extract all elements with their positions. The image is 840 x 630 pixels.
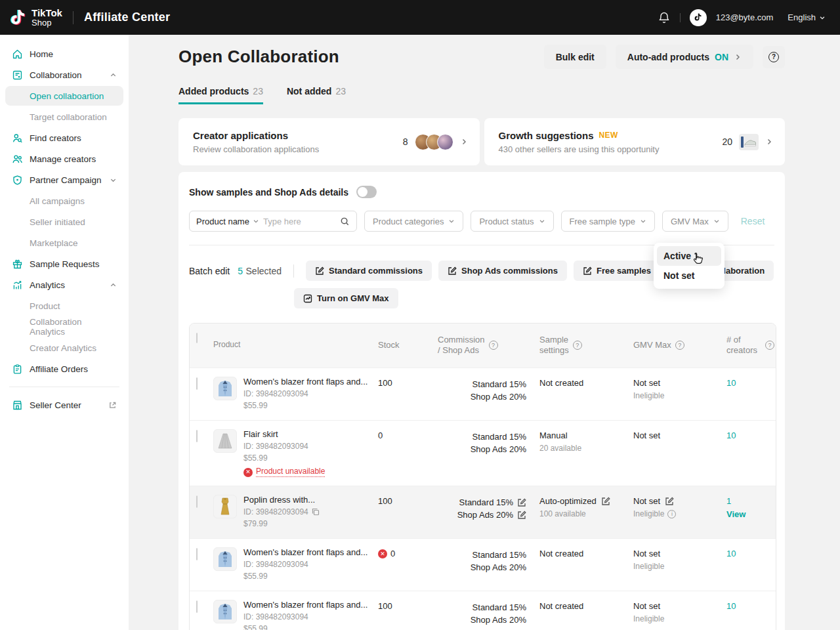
- edit-icon[interactable]: [517, 511, 526, 520]
- view-link[interactable]: View: [726, 509, 776, 519]
- sidebar-item-marketplace[interactable]: Marketplace: [5, 233, 123, 253]
- tab-added-products[interactable]: Added products 23: [178, 86, 263, 104]
- show-samples-toggle[interactable]: [356, 186, 377, 198]
- toggle-knob: [358, 187, 368, 197]
- creators-count-link[interactable]: 1: [726, 496, 731, 506]
- search-input[interactable]: [263, 217, 336, 226]
- shop-ads-commissions-button[interactable]: Shop Ads commissions: [438, 261, 567, 281]
- copy-icon[interactable]: [312, 508, 320, 516]
- creators-count-link[interactable]: 10: [726, 549, 736, 558]
- find-creators-icon: [12, 133, 23, 144]
- free-sample-type-filter[interactable]: Free sample type: [561, 211, 655, 232]
- gmv-eligibility: Ineligible: [633, 562, 721, 571]
- chevron-right-icon: [460, 138, 468, 146]
- dropdown-option-not-set[interactable]: Not set: [657, 266, 721, 285]
- notification-bell-icon[interactable]: [658, 11, 671, 24]
- user-avatar[interactable]: [690, 9, 707, 26]
- search-icon[interactable]: [340, 217, 350, 226]
- row-checkbox[interactable]: [196, 430, 198, 442]
- sidebar-label: Find creators: [30, 133, 81, 143]
- tab-not-added[interactable]: Not added 23: [287, 86, 346, 104]
- bulk-edit-button[interactable]: Bulk edit: [544, 45, 606, 69]
- chevron-down-icon: [448, 218, 455, 224]
- gmv-status: Not set: [633, 549, 721, 558]
- sample-status: Auto-optimized: [539, 496, 597, 506]
- sample-availability: 100 available: [539, 509, 629, 518]
- product-price: $55.99: [243, 624, 368, 630]
- row-checkbox[interactable]: [196, 548, 198, 560]
- clipboard-icon: [12, 364, 23, 375]
- gmv-status: Not set: [633, 601, 721, 611]
- tabs: Added products 23 Not added 23: [178, 86, 785, 104]
- sidebar-item-manage-creators[interactable]: Manage creators: [5, 149, 123, 169]
- sidebar-label: Collaboration Analytics: [30, 317, 117, 337]
- product-categories-filter[interactable]: Product categories: [364, 211, 463, 232]
- sidebar-label: Analytics: [30, 280, 65, 290]
- gmv-max-filter[interactable]: GMV Max: [662, 211, 728, 232]
- sidebar-item-seller-initiated[interactable]: Seller initiated: [5, 212, 123, 232]
- creators-count-link[interactable]: 10: [726, 378, 736, 388]
- sample-status: Not created: [539, 549, 629, 558]
- growth-suggestions-card[interactable]: Growth suggestions NEW 430 other sellers…: [484, 118, 786, 165]
- card-subtitle: Review collaboration applications: [193, 144, 319, 154]
- product-id: ID: 398482093094: [243, 389, 308, 398]
- row-checkbox[interactable]: [196, 600, 198, 613]
- sidebar-item-collaboration[interactable]: Collaboration: [5, 65, 123, 85]
- sidebar-item-product[interactable]: Product: [5, 296, 123, 316]
- row-checkbox[interactable]: [196, 377, 198, 390]
- edit-icon[interactable]: [601, 497, 610, 506]
- tiktok-shop-logo[interactable]: TikTok Shop: [9, 8, 62, 28]
- reset-filters-link[interactable]: Reset: [741, 216, 765, 226]
- edit-icon[interactable]: [517, 498, 526, 507]
- turn-on-gmv-max-button[interactable]: Turn on GMV Max: [294, 288, 398, 308]
- creator-applications-card[interactable]: Creator applications Review collaboratio…: [178, 118, 480, 165]
- sidebar-item-analytics[interactable]: Analytics: [5, 275, 123, 295]
- select-all-checkbox[interactable]: [196, 333, 198, 343]
- sidebar-item-creator-analytics[interactable]: Creator Analytics: [5, 338, 123, 358]
- question-icon[interactable]: ?: [489, 341, 498, 350]
- chevron-right-icon: [765, 138, 773, 146]
- info-icon[interactable]: i: [667, 510, 676, 518]
- sidebar-item-find-creators[interactable]: Find creators: [5, 128, 123, 148]
- tab-label: Not added: [287, 86, 331, 98]
- creators-count-link[interactable]: 10: [726, 430, 736, 440]
- creators-count-link[interactable]: 10: [726, 601, 736, 611]
- sidebar-item-sample-requests[interactable]: Sample Requests: [5, 254, 123, 274]
- shop-ads-commission: Shop Ads 20%: [471, 561, 526, 574]
- sidebar-label: Sample Requests: [30, 259, 100, 269]
- sidebar-item-open-collaboration[interactable]: Open collaboartion: [5, 86, 123, 106]
- account-email[interactable]: 123@byte.com: [716, 12, 774, 22]
- question-icon[interactable]: ?: [765, 341, 774, 350]
- logo-text: TikTok Shop: [32, 8, 62, 27]
- bulk-edit-label: Bulk edit: [556, 52, 595, 62]
- sidebar-item-seller-center[interactable]: Seller Center: [5, 395, 123, 415]
- sample-status: Not created: [539, 601, 629, 611]
- auto-add-products-button[interactable]: Auto-add products ON: [616, 45, 753, 69]
- free-samples-button[interactable]: Free samples: [574, 261, 660, 281]
- sidebar-item-all-campaigns[interactable]: All campaigns: [5, 191, 123, 211]
- edit-icon[interactable]: [665, 497, 674, 506]
- products-table: Product Stock Commission/ Shop Ads? Samp…: [189, 323, 776, 630]
- sidebar-item-partner-campaign[interactable]: Partner Campaign: [5, 170, 123, 190]
- standard-commissions-button[interactable]: Standard commissions: [306, 261, 432, 281]
- sidebar-item-home[interactable]: Home: [5, 44, 123, 64]
- product-image-blazer: [213, 600, 237, 623]
- sidebar-label: Open collaboartion: [30, 91, 104, 101]
- sidebar-item-affiliate-orders[interactable]: Affiliate Orders: [5, 359, 123, 379]
- search-type-select[interactable]: Product name: [196, 217, 259, 226]
- sidebar-item-collaboration-analytics[interactable]: Collaboration Analytics: [5, 317, 123, 337]
- col-creators: # of: [726, 335, 757, 345]
- product-name: Women's blazer front flaps and...: [243, 600, 368, 610]
- stock-value: 100: [378, 496, 392, 506]
- product-unavailable-badge[interactable]: Product unavailable: [256, 467, 325, 477]
- product-status-filter[interactable]: Product status: [471, 211, 553, 232]
- dropdown-option-active[interactable]: Active: [657, 246, 721, 266]
- question-icon[interactable]: ?: [573, 341, 582, 350]
- col-commission-2: / Shop Ads: [438, 345, 485, 356]
- help-button[interactable]: ?: [763, 46, 785, 68]
- sidebar-item-target-collaboration[interactable]: Target collaboration: [5, 107, 123, 127]
- question-icon[interactable]: ?: [675, 341, 684, 350]
- button-label: Standard commissions: [329, 266, 423, 276]
- row-checkbox[interactable]: [196, 495, 198, 508]
- language-selector[interactable]: English: [788, 12, 826, 22]
